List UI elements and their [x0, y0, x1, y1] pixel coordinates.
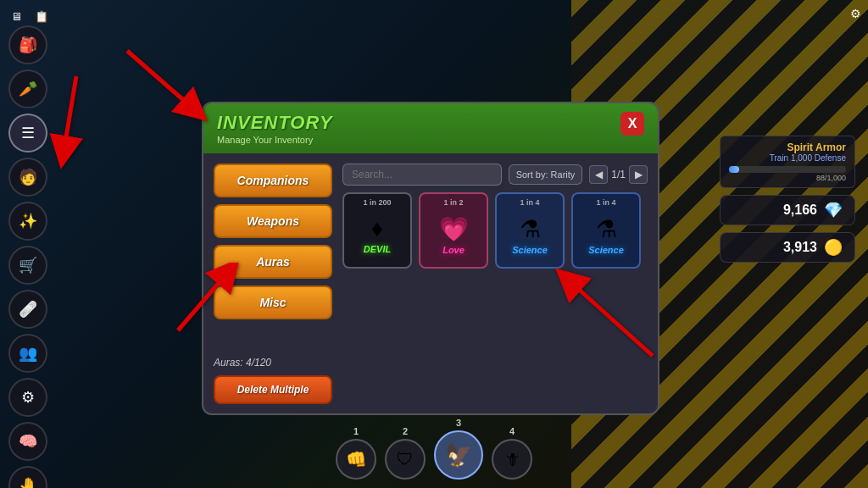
- page-nav: ◀ 1/1 ▶: [589, 165, 648, 184]
- spirit-armor-title: Spirit Armor: [729, 141, 846, 153]
- hotbar-slot-1: 1 👊: [336, 426, 376, 480]
- aura-item-love[interactable]: 1 in 2 💗 Love: [419, 192, 488, 269]
- inventory-content: Sort by: Rarity ◀ 1/1 ▶ 1 in 200 ♦ DEVIL…: [342, 164, 648, 404]
- aura-name-devil: DEVIL: [364, 244, 391, 254]
- top-left-icons: 🖥 📋: [7, 7, 51, 25]
- aura-rarity-science: 1 in 4: [497, 198, 563, 207]
- slot-4-button[interactable]: 🗡: [492, 439, 532, 480]
- armor-bar-bg: [729, 166, 846, 173]
- armor-bar-fill: [729, 166, 739, 173]
- sidebar: 🎒 🥕 ☰ 🧑 ✨ 🛒 🩹 👥 ⚙ 🧠 🤚: [8, 25, 47, 488]
- search-row: Sort by: Rarity ◀ 1/1 ▶: [342, 164, 648, 186]
- companions-button[interactable]: Companions: [214, 164, 332, 197]
- delete-multiple-button[interactable]: Delete Multiple: [214, 375, 332, 404]
- next-page-button[interactable]: ▶: [629, 165, 648, 184]
- sidebar-item-bag[interactable]: 🎒: [8, 25, 47, 64]
- armor-bar-text: 88/1,000: [729, 174, 846, 182]
- monitor-icon: 🖥: [7, 7, 25, 25]
- aura-grid: 1 in 200 ♦ DEVIL 1 in 2 💗 Love 1 in 4 ⚗ …: [342, 192, 648, 269]
- coins-value: 3,913: [783, 240, 817, 255]
- aura-name-science: Science: [512, 245, 548, 255]
- search-input[interactable]: [342, 164, 502, 186]
- devil-icon: ♦: [371, 215, 383, 242]
- aura-item-devil[interactable]: 1 in 200 ♦ DEVIL: [342, 192, 412, 269]
- inventory-body: Companions Weapons Auras Misc Auras: 4/1…: [203, 153, 658, 414]
- sidebar-item-menu[interactable]: ☰: [8, 114, 47, 152]
- sidebar-item-group[interactable]: 👥: [8, 334, 47, 373]
- category-panel: Companions Weapons Auras Misc Auras: 4/1…: [214, 164, 332, 404]
- slot-1-number: 1: [353, 426, 359, 436]
- love-icon: 💗: [439, 215, 469, 243]
- inventory-modal: INVENTORY Manage Your Inventory X Compan…: [202, 102, 659, 415]
- clipboard-icon: 📋: [32, 7, 51, 25]
- close-button[interactable]: X: [620, 112, 644, 136]
- page-label: 1/1: [611, 169, 626, 180]
- hud-panel: Spirit Armor Train 1,000 Defense 88/1,00…: [720, 136, 855, 263]
- aura-name-science2: Science: [588, 245, 624, 255]
- hotbar-slot-4: 4 🗡: [492, 426, 532, 480]
- aura-rarity-love: 1 in 2: [420, 198, 487, 207]
- aura-item-science2[interactable]: 1 in 4 ⚗ Science: [571, 192, 641, 269]
- sidebar-item-bandage[interactable]: 🩹: [8, 290, 47, 329]
- aura-rarity-science2: 1 in 4: [573, 198, 639, 207]
- weapons-button[interactable]: Weapons: [214, 204, 332, 238]
- inventory-title: INVENTORY: [217, 112, 333, 134]
- science2-icon: ⚗: [596, 215, 617, 243]
- slot-1-button[interactable]: 👊: [336, 439, 376, 480]
- slot-2-number: 2: [403, 426, 408, 436]
- sidebar-item-cart[interactable]: 🛒: [8, 246, 47, 285]
- settings-icon[interactable]: ⚙: [850, 7, 861, 20]
- sort-button[interactable]: Sort by: Rarity: [509, 164, 583, 185]
- coins-currency-row: 3,913 🟡: [720, 232, 855, 263]
- hotbar: 1 👊 2 🛡 3 🦅 4 🗡: [336, 418, 532, 480]
- sidebar-item-brain[interactable]: 🧠: [8, 422, 47, 461]
- spirit-armor-box: Spirit Armor Train 1,000 Defense 88/1,00…: [720, 136, 855, 188]
- sidebar-item-sparkle[interactable]: ✨: [8, 202, 47, 241]
- aura-name-love: Love: [442, 245, 465, 255]
- inventory-subtitle: Manage Your Inventory: [217, 135, 333, 145]
- aura-item-science[interactable]: 1 in 4 ⚗ Science: [495, 192, 565, 269]
- prev-page-button[interactable]: ◀: [589, 165, 608, 184]
- slot-4-number: 4: [509, 426, 515, 436]
- sidebar-item-gear[interactable]: ⚙: [8, 378, 47, 417]
- auras-button[interactable]: Auras: [214, 245, 332, 279]
- spirit-armor-subtitle: Train 1,000 Defense: [729, 153, 846, 163]
- slot-3-number: 3: [456, 418, 461, 428]
- slot-2-button[interactable]: 🛡: [385, 439, 426, 480]
- sidebar-item-person[interactable]: 🧑: [8, 158, 47, 197]
- gem-icon: 💎: [824, 201, 843, 219]
- misc-button[interactable]: Misc: [214, 286, 332, 319]
- inventory-header: INVENTORY Manage Your Inventory X: [203, 103, 658, 153]
- hotbar-slot-3: 3 🦅: [434, 418, 483, 480]
- hotbar-slot-2: 2 🛡: [385, 426, 426, 480]
- sidebar-item-hand[interactable]: 🤚: [8, 466, 47, 488]
- science-icon: ⚗: [520, 215, 541, 243]
- aura-rarity-devil: 1 in 200: [344, 198, 410, 207]
- slot-3-button[interactable]: 🦅: [434, 430, 483, 480]
- auras-count: Auras: 4/120: [214, 353, 332, 369]
- gems-value: 9,166: [783, 202, 817, 218]
- sidebar-item-carrot[interactable]: 🥕: [8, 69, 47, 108]
- coin-icon: 🟡: [824, 238, 843, 257]
- gems-currency-row: 9,166 💎: [720, 195, 855, 225]
